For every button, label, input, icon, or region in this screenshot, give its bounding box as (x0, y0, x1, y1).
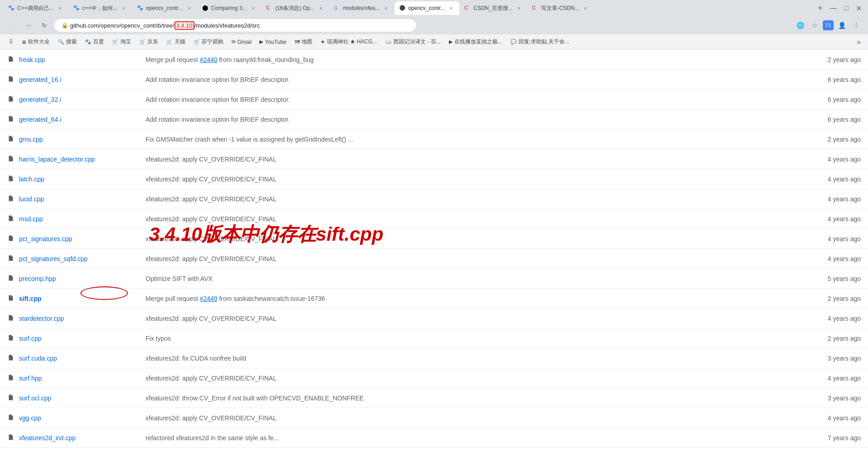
tab-2[interactable]: 🐾c++中，如何...× (69, 1, 132, 15)
table-row: surf.ocl.cppxfeatures2d: throw CV_Error … (0, 388, 868, 408)
bookmark-item-12[interactable]: ▶在线播放某拙之极... (445, 36, 506, 48)
file-date: 4 years ago (788, 195, 861, 203)
file-date: 4 years ago (788, 235, 861, 243)
file-name[interactable]: surf.cuda.cpp (19, 355, 146, 362)
tab-close-button[interactable]: × (515, 5, 523, 12)
tab-close-button[interactable]: × (120, 5, 127, 12)
file-description: xfeatures2d: apply CV_OVERRIDE/CV_FINAL (146, 195, 788, 203)
tab-8[interactable]: CCSDN_百度搜...× (460, 1, 527, 15)
file-icon (7, 175, 15, 183)
minimize-button[interactable]: — (827, 2, 840, 14)
tab-label: CSDN_百度搜... (473, 5, 513, 12)
bookmark-item-13[interactable]: 💬回复:求助贴,关于命... (507, 36, 573, 48)
bookmark-favicon: 🛒 (139, 39, 146, 45)
file-icon (7, 195, 15, 203)
tab-close-button[interactable]: × (582, 5, 589, 12)
file-name[interactable]: pct_signatures.cpp (19, 235, 146, 243)
bookmark-icon[interactable]: ☆ (808, 19, 821, 32)
bookmark-item-0[interactable]: 🖥软件大全 (18, 36, 53, 48)
tab-3[interactable]: 🐾opencv_contr...× (132, 1, 197, 15)
tab-7[interactable]: ⚫opencv_contr...× (395, 1, 459, 15)
file-name[interactable]: gms.cpp (19, 136, 146, 143)
tab-close-button[interactable]: × (57, 5, 64, 12)
table-row: precomp.hppOptimize SIFT with AVX5 years… (0, 269, 868, 289)
window-controls: — □ ✕ (827, 2, 864, 14)
bookmark-label: 西国记法译文 - 百... (393, 38, 441, 46)
tab-9[interactable]: C写文章-CSDN...× (528, 1, 594, 15)
tab-4[interactable]: Comparing 3...× (198, 1, 261, 15)
bookmark-item-11[interactable]: 📖西国记法译文 - 百... (382, 36, 444, 48)
bookmark-apps[interactable]: ⠿ (5, 37, 17, 47)
file-name[interactable]: precomp.hpp (19, 275, 146, 282)
browser-chrome: 🐾C++调用自己...×🐾c++中，如何...×🐾opencv_contr...… (0, 0, 868, 50)
forward-button[interactable]: → (22, 19, 34, 32)
bookmark-item-1[interactable]: 🔍搜索 (54, 36, 80, 48)
bookmark-favicon: ★ (321, 39, 325, 45)
file-name[interactable]: harris_lapace_detector.cpp (19, 156, 146, 163)
extensions-icon[interactable]: T1 (823, 20, 834, 30)
bookmark-item-8[interactable]: ▶YouTube (256, 36, 290, 48)
bookmark-item-5[interactable]: 🛒天猫 (163, 36, 189, 48)
refresh-button[interactable]: ↻ (38, 19, 51, 32)
address-right-icons: 🌐 ☆ T1 👤 ⋮ (794, 19, 863, 32)
tab-close-button[interactable]: × (382, 5, 390, 12)
svg-point-0 (203, 5, 208, 11)
table-row: sift.cppMerge pull request #2449 from sa… (0, 289, 868, 309)
apps-icon: ⠿ (9, 39, 13, 45)
tab-1[interactable]: 🐾C++调用自己...× (4, 1, 68, 15)
back-button[interactable]: ← (5, 19, 18, 32)
file-name[interactable]: xfeatures2d_init.cpp (19, 434, 146, 442)
bookmark-label: 搜索 (66, 38, 77, 46)
table-row: pct_signatures_sqfd.cppxfeatures2d: appl… (0, 249, 868, 269)
file-name[interactable]: lucid.cpp (19, 195, 146, 203)
close-button[interactable]: ✕ (853, 2, 864, 14)
file-name[interactable]: msd.cpp (19, 215, 146, 223)
profile-icon[interactable]: 👤 (835, 19, 848, 32)
file-icon (7, 394, 15, 402)
file-icon (7, 334, 15, 342)
file-name[interactable]: latch.cpp (19, 176, 146, 183)
tab-close-button[interactable]: × (250, 5, 257, 12)
file-description: xfeatures2d: apply CV_OVERRIDE/CV_FINAL (146, 156, 788, 163)
file-name[interactable]: generated_32.i (19, 96, 146, 103)
bookmark-label: 京东 (147, 38, 158, 46)
file-name[interactable]: vgg.cpp (19, 414, 146, 422)
maximize-button[interactable]: □ (841, 2, 851, 14)
file-icon (7, 295, 15, 303)
file-icon (7, 374, 15, 382)
bookmarks-more-button[interactable]: » (855, 36, 863, 48)
file-name[interactable]: surf.hpp (19, 375, 146, 382)
file-description: xfeatures2d: apply CV_OVERRIDE/CV_FINAL (146, 255, 788, 262)
bookmark-label: 地图 (302, 38, 312, 46)
address-input[interactable]: 🔒 github.com/opencv/opencv_contrib/tree/… (54, 19, 416, 32)
bookmark-item-7[interactable]: ✉Gmail (228, 36, 255, 48)
bookmark-item-6[interactable]: 🛒苏宁易购 (190, 36, 227, 48)
tab-close-button[interactable]: × (317, 5, 325, 12)
file-name[interactable]: surf.cpp (19, 335, 146, 342)
tab-favicon: 🐾 (8, 5, 14, 11)
bookmark-favicon: 🛒 (166, 39, 173, 45)
bookmark-item-9[interactable]: 🗺地图 (291, 36, 316, 48)
file-date: 2 years ago (788, 295, 861, 302)
file-date: 4 years ago (788, 156, 861, 163)
file-name[interactable]: sift.cpp (19, 295, 146, 302)
tab-5[interactable]: C(16条消息) Op...× (262, 1, 329, 15)
translate-icon[interactable]: 🌐 (794, 19, 807, 32)
file-name[interactable]: freak.cpp (19, 56, 146, 63)
file-name[interactable]: surf.ocl.cpp (19, 395, 146, 402)
tab-close-button[interactable]: × (448, 5, 455, 12)
new-tab-button[interactable]: + (814, 2, 826, 14)
file-name[interactable]: generated_64.i (19, 116, 146, 123)
file-name[interactable]: generated_16.i (19, 76, 146, 83)
bookmark-item-4[interactable]: 🛒京东 (136, 36, 162, 48)
file-date: 4 years ago (788, 255, 861, 262)
table-row: surf.cuda.cppxfeatures2d: fix CUDA nonfr… (0, 348, 868, 368)
bookmark-item-10[interactable]: ★琉璃神社 ★ HACG... (317, 36, 381, 48)
bookmark-item-2[interactable]: 🐾百度 (81, 36, 108, 48)
tab-6[interactable]: Gmodules/xfea...× (330, 1, 394, 15)
file-name[interactable]: stardetector.cpp (19, 315, 146, 322)
settings-icon[interactable]: ⋮ (850, 19, 863, 32)
bookmark-item-3[interactable]: 🛒淘宝 (108, 36, 135, 48)
tab-close-button[interactable]: × (185, 5, 193, 12)
file-name[interactable]: pct_signatures_sqfd.cpp (19, 255, 146, 262)
